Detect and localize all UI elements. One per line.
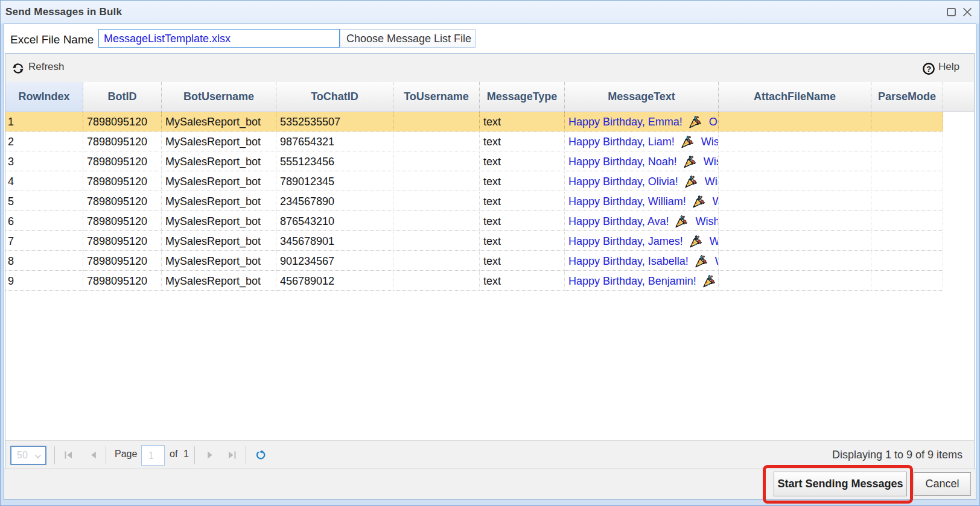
svg-text:?: ? (926, 65, 931, 74)
